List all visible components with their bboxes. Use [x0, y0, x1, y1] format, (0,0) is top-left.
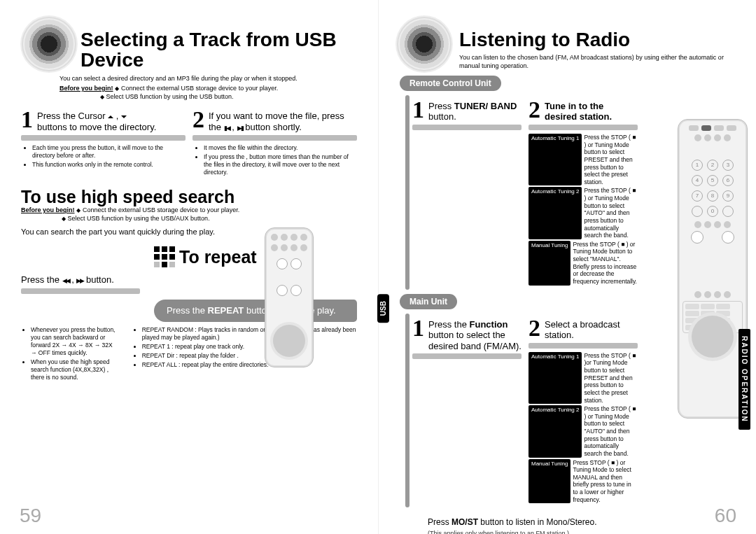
heading-high-speed: To use high speed search — [21, 188, 357, 207]
rp-note-3: REPEAT Dir : repeat play the folder . — [142, 352, 357, 360]
m-at2: Automatic Tuning 2Press the STOP ( ■ ) o… — [528, 405, 638, 457]
remote-section-rail — [405, 95, 410, 290]
m-tag-at2: Automatic Tuning 2 — [528, 405, 582, 457]
rp-a: Press the — [167, 305, 208, 316]
remote-section: 1 Press TUNER/ BAND button. 2 Tune in to — [405, 95, 638, 290]
page-title-right: Listening to Radio — [459, 29, 735, 50]
step-1: 1 Press the Cursor , buttons to move the… — [21, 108, 186, 177]
tag-mt: Manual Tuning — [528, 241, 570, 286]
rp-note-2: REPEAT 1 : repeat play one track only. — [142, 343, 357, 351]
section-main-header: Main Unit — [400, 294, 457, 309]
r1-bar — [412, 125, 522, 130]
comma: , — [116, 111, 121, 121]
r1b: TUNER/ BAND — [454, 101, 517, 111]
remote-illustration-small — [265, 227, 314, 367]
r-step-2-text: Tune in to the desired station. — [545, 98, 638, 122]
m1c: button to select the desired band (FM/AM… — [428, 330, 522, 351]
r-at1: Automatic Tuning 1Press the STOP ( ■ ) o… — [528, 134, 638, 185]
step-1-bar — [21, 135, 186, 141]
remote-numpad: 1234567890 — [678, 160, 747, 217]
before-item-1: Connect the external USB storage device … — [115, 85, 278, 92]
most-c: button to listen in Mono/Stereo. — [480, 517, 596, 527]
m1-bar — [412, 353, 522, 359]
step-1-text-c: buttons to move the directory. — [37, 122, 156, 132]
step-1-text-a: Press the Cursor — [37, 111, 108, 121]
hs-note-2: When you use the high speed search funct… — [31, 358, 118, 381]
r-step-1-num: 1 — [412, 98, 424, 122]
r-step-2-num: 2 — [528, 98, 540, 122]
remote-illustration-big: 1234567890 — [678, 119, 748, 419]
step-1-notes: Each time you press the button, it will … — [21, 144, 186, 169]
r-at2: Automatic Tuning 2Press the STOP ( ■ ) o… — [528, 187, 638, 239]
tag-at2: Automatic Tuning 2 — [528, 187, 582, 239]
most-b: MO/ST — [451, 517, 478, 527]
page-60: USB Listening to Radio You can listen to… — [378, 0, 756, 534]
m-at2-txt: Press the STOP ( ■ ) or Tuning Mode butt… — [584, 405, 638, 457]
rp-note-1: REPEAT RANDOM : Plays tracks in random o… — [142, 326, 357, 342]
speaker-icon — [24, 20, 74, 69]
section-remote-header: Remote Control Unit — [400, 76, 501, 91]
step-number-2: 2 — [192, 108, 204, 132]
most-sub: (This applies only when listening to an … — [428, 530, 638, 534]
intro-text: You can select a desired directory and a… — [59, 75, 357, 83]
hs-press-a: Press the — [21, 274, 62, 285]
r2-bar — [528, 125, 638, 130]
hs-before-1: Connect the external USB storage device … — [76, 206, 239, 213]
m-tag-at1: Automatic Tuning 1 — [528, 352, 582, 404]
r-at2-txt: Press the STOP ( ■ ) or Tuning Mode butt… — [584, 187, 638, 239]
cursor-up-icon — [108, 113, 113, 118]
hs-note-1: Whenever you press the button, you can s… — [31, 326, 118, 357]
hs-before-label: Before you begin! — [21, 206, 75, 213]
most-instruction: Press MO/ST button to listen in Mono/Ste… — [428, 517, 638, 527]
r1a: Press — [428, 101, 454, 111]
page-number-59: 59 — [20, 506, 41, 526]
repeat-notes: REPEAT RANDOM : Plays tracks in random o… — [142, 326, 357, 383]
hs-press-c: button. — [86, 274, 114, 285]
step-2-notes: It moves the file within the directory. … — [192, 144, 357, 176]
before-you-begin: Before you begin! Connect the external U… — [59, 85, 357, 101]
r-mt-txt: Press the STOP ( ■ ) or Tuning Mode butt… — [573, 241, 638, 286]
ffwd-icon — [76, 274, 83, 285]
step-2-bar — [192, 135, 357, 141]
comma2: , — [232, 122, 237, 132]
tag-at1: Automatic Tuning 1 — [528, 134, 582, 185]
step-number-1: 1 — [21, 108, 33, 132]
r2a: Tune in to the desired station. — [545, 101, 612, 122]
usb-tab: USB — [377, 294, 389, 323]
rp-b: REPEAT — [208, 305, 244, 316]
main-section-rail — [405, 314, 410, 508]
checker-icon — [154, 246, 175, 267]
hs-bar — [21, 288, 140, 294]
rp-note-4: REPEAT ALL : repeat play the entire dire… — [142, 361, 357, 369]
before-label: Before you begin! — [59, 85, 113, 92]
r1c: button. — [428, 111, 456, 122]
side-tab-radio-operation: RADIO OPERATION — [738, 329, 750, 430]
skip-back-icon — [224, 122, 230, 132]
cursor-down-icon — [121, 115, 127, 121]
hs-before: Before you begin! Connect the external U… — [21, 206, 357, 223]
step-2-note-2: If you press the , button more times tha… — [204, 153, 357, 176]
hs-before-2: Select USB function by using the USB/AUX… — [62, 215, 210, 222]
speaker-icon-r — [400, 20, 449, 69]
m-at1: Automatic Tuning 1Press the STOP ( ■ )or… — [528, 352, 638, 404]
step-2: 2 If you want to move the file, press th… — [192, 108, 357, 177]
m1a: Press the — [428, 319, 470, 330]
listen-intro: You can listen to the chosen band (FM, A… — [459, 54, 735, 70]
m-mt: Manual TuningPress STOP ( ■ ) or Tuning … — [528, 459, 638, 504]
page-59: Selecting a Track from USB Device You ca… — [0, 0, 378, 534]
step-2-note-1: It moves the file within the directory. — [204, 144, 357, 152]
hs-notes: Whenever you press the button, you can s… — [31, 326, 118, 383]
step-2-text: If you want to move the file, press the … — [209, 108, 357, 132]
r-at1-txt: Press the STOP ( ■ ) or Tuning Mode butt… — [584, 134, 638, 185]
m-at1-txt: Press the STOP ( ■ )or Tuning Mode butto… — [584, 352, 638, 404]
m-mt-txt: Press STOP ( ■ ) or Tuning Mode to selec… — [573, 459, 638, 504]
r-step-1-text: Press TUNER/ BAND button. — [428, 98, 522, 122]
skip-fwd-icon — [237, 122, 243, 132]
m1b: Function — [470, 319, 508, 330]
page-title-left: Selecting a Track from USB Device — [80, 29, 357, 71]
step-1-text: Press the Cursor , buttons to move the d… — [37, 108, 156, 132]
most-a: Press — [428, 517, 451, 527]
heading-repeat: To repeat — [154, 246, 357, 267]
page-number-60: 60 — [715, 506, 736, 526]
repeat-instruction: Press the REPEAT button during the play. — [154, 300, 357, 322]
